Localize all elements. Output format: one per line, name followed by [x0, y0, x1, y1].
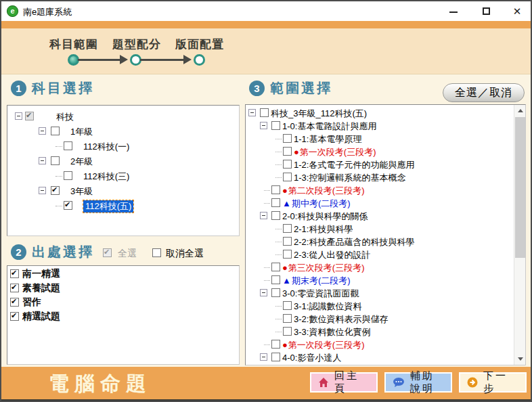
list-item[interactable]: 南一精選: [7, 267, 239, 282]
tree-item-label[interactable]: 4-0:影音小達人: [282, 352, 341, 364]
list-item[interactable]: 習作: [7, 296, 239, 310]
expand-collapse-icon[interactable]: [260, 212, 267, 219]
select-all-checkbox[interactable]: [103, 248, 112, 257]
expand-collapse-icon[interactable]: [39, 157, 46, 164]
tree-item[interactable]: ●第一次段考(三段考): [246, 146, 514, 158]
expand-collapse-icon[interactable]: [39, 187, 46, 194]
scrollbar[interactable]: [514, 105, 525, 365]
expand-collapse-icon[interactable]: [260, 289, 267, 296]
tree-item-label[interactable]: ●第二次段考(三段考): [282, 185, 365, 197]
tree-item-label[interactable]: 3年級: [70, 185, 93, 198]
tree-item-label[interactable]: ▲期中考(二段考): [282, 198, 351, 210]
tree-item-label[interactable]: 2-3:從人出發的設計: [294, 249, 370, 261]
next-step-button[interactable]: 下一步: [459, 372, 527, 393]
tree-checkbox[interactable]: [271, 198, 280, 207]
tree-checkbox[interactable]: [283, 237, 292, 246]
tree-checkbox[interactable]: [64, 201, 72, 210]
source-checkbox[interactable]: [10, 312, 19, 321]
tree-item-label[interactable]: 3-2:數位資料表示與儲存: [294, 313, 388, 326]
maximize-button[interactable]: [472, 1, 500, 21]
tree-item-label[interactable]: 3-1:認識數位資料: [294, 300, 361, 313]
source-checkbox[interactable]: [10, 284, 19, 292]
tree-checkbox[interactable]: [271, 340, 280, 349]
tree-item[interactable]: 112科技(三): [7, 169, 239, 184]
tree-item-label[interactable]: 112科技(一): [83, 141, 129, 153]
tree-checkbox[interactable]: [271, 263, 280, 271]
scrollbar-thumb[interactable]: [515, 117, 525, 258]
tree-item-label[interactable]: 112科技(三): [83, 171, 129, 183]
tree-checkbox[interactable]: [260, 108, 269, 117]
tree-checkbox[interactable]: [271, 353, 280, 361]
tree-item[interactable]: ●第一次段考(三段考): [246, 338, 514, 351]
tree-item[interactable]: 1年級: [7, 125, 239, 139]
tree-item[interactable]: ▲期末考(二段考): [246, 274, 514, 287]
tree-item[interactable]: ▲期中考(二段考): [246, 197, 514, 210]
tree-item-label[interactable]: 科技: [56, 111, 74, 123]
tree-item-label[interactable]: 1-2:各式電子元件的功能與應用: [294, 159, 414, 171]
tree-checkbox[interactable]: [283, 147, 292, 156]
tree-item[interactable]: 3-3:資料數位化實例: [246, 326, 514, 338]
tree-item[interactable]: 112科技(一): [7, 139, 239, 154]
tree-checkbox[interactable]: [271, 211, 280, 220]
tree-item[interactable]: 1-3:控制邏輯系統的基本概念: [246, 171, 514, 184]
tree-checkbox[interactable]: [271, 121, 280, 130]
list-item[interactable]: 精選試題: [7, 310, 239, 324]
tree-item-label[interactable]: 3-3:資料數位化實例: [294, 326, 370, 338]
tree-item[interactable]: 1-1:基本電學原理: [246, 133, 514, 146]
tree-item-label[interactable]: 3-0:零壹資訊面面觀: [282, 288, 359, 300]
tree-item-label[interactable]: 2-2:科技產品蘊含的科技與科學: [294, 236, 414, 248]
minimize-button[interactable]: [440, 1, 467, 21]
tree-item-label[interactable]: ●第一次段考(三段考): [294, 146, 376, 158]
tree-item-label[interactable]: ▲期末考(二段考): [282, 275, 351, 287]
tree-item[interactable]: ●第三次段考(三段考): [246, 261, 514, 274]
tree-item-label[interactable]: 1-1:基本電學原理: [294, 133, 361, 146]
tree-checkbox[interactable]: [51, 127, 60, 135]
tree-item-label[interactable]: ●第三次段考(三段考): [282, 262, 365, 274]
tree-item-label[interactable]: 2-0:科技與科學的關係: [282, 210, 368, 223]
tree-item[interactable]: 1-0:基本電路設計與應用: [246, 120, 514, 133]
tree-item[interactable]: 3年級: [7, 184, 239, 199]
tree-item-label[interactable]: 112科技(五): [83, 200, 133, 213]
expand-collapse-icon[interactable]: [39, 127, 46, 135]
tree-checkbox[interactable]: [283, 160, 292, 169]
list-item[interactable]: 素養試題: [7, 282, 239, 296]
source-checkbox[interactable]: [10, 298, 19, 307]
tree-item[interactable]: 112科技(五): [7, 199, 239, 214]
tree-item[interactable]: 2-3:從人出發的設計: [246, 248, 514, 261]
deselect-all-checkbox[interactable]: [152, 248, 161, 257]
close-button[interactable]: ✕: [504, 1, 531, 21]
tree-item[interactable]: 科技_3年級_112科技(五): [246, 107, 514, 120]
home-button[interactable]: 回主頁: [310, 372, 378, 393]
tree-item[interactable]: 2年級: [7, 154, 239, 169]
source-checkbox[interactable]: [10, 269, 19, 278]
tree-checkbox[interactable]: [271, 275, 280, 284]
tree-item[interactable]: 4-0:影音小達人: [246, 351, 514, 364]
expand-collapse-icon[interactable]: [15, 112, 22, 120]
tree-checkbox[interactable]: [283, 327, 292, 336]
tree-item[interactable]: 3-2:數位資料表示與儲存: [246, 313, 514, 326]
tree-item[interactable]: 1-2:各式電子元件的功能與應用: [246, 158, 514, 171]
tree-item[interactable]: 3-0:零壹資訊面面觀: [246, 287, 514, 300]
tree-checkbox[interactable]: [64, 141, 72, 150]
help-button[interactable]: 輔助說明: [384, 372, 452, 393]
tree-item-label[interactable]: 科技_3年級_112科技(五): [271, 108, 367, 120]
tree-item[interactable]: 2-0:科技與科學的關係: [246, 210, 514, 223]
select-all-toggle-button[interactable]: 全選／取消: [443, 83, 525, 102]
expand-collapse-icon[interactable]: [260, 122, 267, 129]
tree-item-label[interactable]: 2-1:科技與科學: [294, 223, 353, 236]
tree-checkbox[interactable]: [51, 156, 60, 165]
scroll-down-button[interactable]: [514, 353, 526, 365]
tree-item[interactable]: 2-2:科技產品蘊含的科技與科學: [246, 236, 514, 248]
tree-item-label[interactable]: 1-0:基本電路設計與應用: [282, 120, 376, 133]
tree-checkbox[interactable]: [51, 186, 60, 195]
tree-item-label[interactable]: 1-3:控制邏輯系統的基本概念: [294, 172, 405, 184]
expand-collapse-icon[interactable]: [260, 353, 267, 361]
tree-item[interactable]: ●第二次段考(三段考): [246, 184, 514, 197]
tree-checkbox[interactable]: [283, 301, 292, 310]
tree-checkbox[interactable]: [64, 171, 72, 180]
tree-item-label[interactable]: ●第一次段考(三段考): [282, 339, 365, 351]
tree-checkbox[interactable]: [271, 185, 280, 194]
tree-checkbox[interactable]: [283, 173, 292, 181]
tree-item[interactable]: 3-1:認識數位資料: [246, 300, 514, 313]
tree-checkbox[interactable]: [283, 224, 292, 233]
